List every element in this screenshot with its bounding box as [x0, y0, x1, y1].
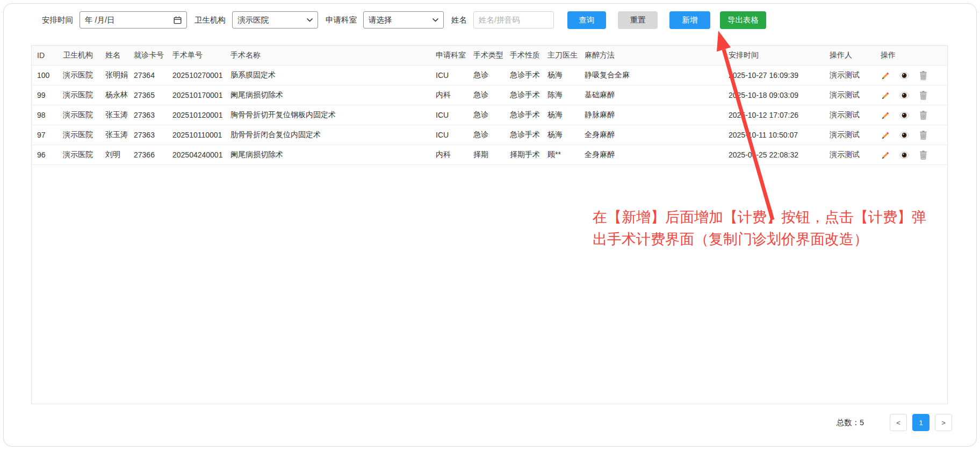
- row-actions: [875, 85, 947, 105]
- edit-icon[interactable]: [881, 70, 890, 80]
- table-row: 100 演示医院 张明娟 27364 202510270001 肠系膜固定术 I…: [32, 66, 947, 85]
- table-cell: 肠系膜固定术: [225, 66, 430, 85]
- table-cell: 内科: [430, 85, 468, 105]
- table-cell: 98: [32, 105, 57, 125]
- table-cell: 静吸复合全麻: [579, 66, 723, 85]
- table-cell: 急诊: [468, 125, 505, 145]
- table-cell: 杨永林: [100, 85, 128, 105]
- table-cell: 胸骨骨折切开复位钢板内固定术: [225, 105, 430, 125]
- annotation-line1: 在【新增】后面增加【计费】按钮，点击【计费】弹: [593, 206, 926, 228]
- table-cell: 刘明: [100, 145, 128, 165]
- delete-icon[interactable]: [918, 90, 928, 100]
- table-cell: 静脉麻醉: [579, 105, 723, 125]
- delete-icon[interactable]: [918, 150, 928, 160]
- table-cell: 96: [32, 145, 57, 165]
- view-icon[interactable]: [899, 110, 909, 120]
- table-cell: 急诊: [468, 85, 505, 105]
- name-input[interactable]: [473, 11, 554, 28]
- table-cell: 演示测试: [824, 125, 875, 145]
- name-label: 姓名: [451, 15, 467, 25]
- dept-selected-value: 请选择: [369, 15, 392, 25]
- next-page-button[interactable]: >: [935, 414, 952, 431]
- dept-select[interactable]: 请选择: [363, 11, 444, 28]
- table-cell: 2025-10-18 09:03:09: [723, 85, 824, 105]
- table-cell: 杨海: [542, 105, 579, 125]
- table-cell: 急诊手术: [505, 85, 542, 105]
- table-cell: 2025-10-27 16:09:39: [723, 66, 824, 85]
- table-cell: 演示测试: [824, 145, 875, 165]
- date-value: 年 /月/日: [85, 15, 115, 25]
- table-cell: 杨海: [542, 66, 579, 85]
- table-cell: ICU: [430, 66, 468, 85]
- edit-icon[interactable]: [881, 150, 890, 160]
- calendar-icon[interactable]: [174, 16, 182, 24]
- page-1-button[interactable]: 1: [912, 414, 929, 431]
- column-header: 申请科室: [430, 46, 468, 66]
- table-row: 98 演示医院 张玉涛 27363 202510120001 胸骨骨折切开复位钢…: [32, 105, 947, 125]
- view-icon[interactable]: [899, 150, 909, 160]
- column-header: 手术性质: [505, 46, 542, 66]
- view-icon[interactable]: [899, 130, 909, 140]
- annotation-line2: 出手术计费界面（复制门诊划价界面改造）: [593, 228, 926, 250]
- filter-bar: 安排时间 年 /月/日 卫生机构 演示医院 申请科室 请选择 姓名: [42, 11, 554, 29]
- view-icon[interactable]: [899, 90, 909, 100]
- table-header: ID卫生机构姓名就诊卡号手术单号手术名称申请科室手术类型手术性质主刀医生麻醉方法…: [32, 46, 947, 66]
- export-button[interactable]: 导出表格: [720, 11, 766, 29]
- row-actions: [875, 66, 947, 85]
- total-label: 总数：: [836, 418, 860, 427]
- table-cell: 急诊手术: [505, 125, 542, 145]
- pagination: 总数：5 < 1 >: [836, 414, 952, 431]
- table-row: 96 演示医院 刘明 27366 202504240001 阑尾病损切除术 内科…: [32, 145, 947, 165]
- org-label: 卫生机构: [194, 15, 226, 25]
- table-cell: ICU: [430, 105, 468, 125]
- table-cell: ICU: [430, 125, 468, 145]
- table-row: 99 演示医院 杨永林 27365 202510170001 阑尾病损切除术 内…: [32, 85, 947, 105]
- table-cell: 内科: [430, 145, 468, 165]
- row-actions: [875, 145, 947, 165]
- prev-page-button[interactable]: <: [890, 414, 907, 431]
- column-header: 卫生机构: [57, 46, 100, 66]
- table-cell: 演示医院: [57, 145, 100, 165]
- chevron-down-icon: [433, 18, 438, 22]
- table-cell: 择期: [468, 145, 505, 165]
- table-cell: 演示测试: [824, 85, 875, 105]
- table-cell: 202510170001: [167, 85, 225, 105]
- edit-icon[interactable]: [881, 130, 890, 140]
- chevron-down-icon: [307, 18, 313, 22]
- query-button[interactable]: 查询: [567, 11, 606, 29]
- table-cell: 演示医院: [57, 85, 100, 105]
- table-cell: 2025-10-12 17:07:26: [723, 105, 824, 125]
- column-header: 操作: [875, 46, 947, 66]
- table-cell: 演示医院: [57, 105, 100, 125]
- row-actions: [875, 125, 947, 145]
- schedule-date-input[interactable]: 年 /月/日: [80, 11, 187, 28]
- table-cell: 全身麻醉: [579, 145, 723, 165]
- reset-button[interactable]: 重置: [618, 11, 658, 29]
- delete-icon[interactable]: [918, 130, 928, 140]
- view-icon[interactable]: [899, 70, 909, 80]
- schedule-time-label: 安排时间: [42, 15, 73, 25]
- table-cell: 张玉涛: [100, 105, 128, 125]
- table-cell: 2025-10-11 10:50:07: [723, 125, 824, 145]
- table-cell: 演示医院: [57, 66, 100, 85]
- edit-icon[interactable]: [881, 110, 890, 120]
- table-cell: 27365: [128, 85, 167, 105]
- add-button[interactable]: 新增: [669, 11, 710, 29]
- table-row: 97 演示医院 张玉涛 27363 202510110001 肋骨骨折闭合复位内…: [32, 125, 947, 145]
- table-cell: 杨海: [542, 125, 579, 145]
- delete-icon[interactable]: [918, 70, 928, 80]
- table-cell: 急诊: [468, 66, 505, 85]
- table-cell: 27363: [128, 125, 167, 145]
- table-cell: 27363: [128, 105, 167, 125]
- column-header: 操作人: [824, 46, 875, 66]
- table-cell: 97: [32, 125, 57, 145]
- delete-icon[interactable]: [918, 110, 928, 120]
- column-header: 手术单号: [167, 46, 225, 66]
- edit-icon[interactable]: [881, 90, 890, 100]
- org-select[interactable]: 演示医院: [232, 11, 318, 28]
- table-cell: 99: [32, 85, 57, 105]
- total-value: 5: [860, 418, 864, 427]
- column-header: 姓名: [100, 46, 128, 66]
- org-selected-value: 演示医院: [237, 15, 269, 25]
- table-cell: 27364: [128, 66, 167, 85]
